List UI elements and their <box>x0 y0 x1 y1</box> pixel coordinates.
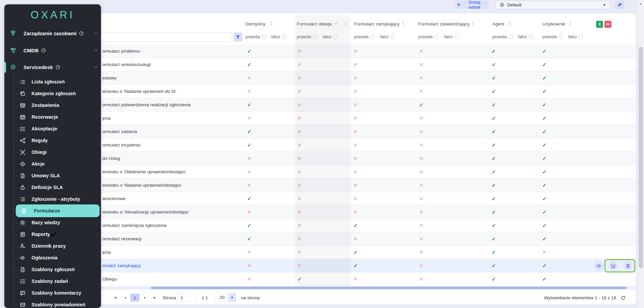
column-menu-dots-icon[interactable]: ⋮ <box>269 21 274 26</box>
column-header-6[interactable]: Użytkownik <box>542 21 565 26</box>
sidebar-subitem-bazy-wiedzy[interactable]: Bazy wiedzy <box>4 217 101 229</box>
scroll-up-arrow-icon[interactable]: ▲ <box>639 2 642 5</box>
table-row[interactable]: ęcia✕✕✕✕✓✓ <box>10 112 636 125</box>
delete-row-button[interactable] <box>623 261 633 270</box>
sidebar-subitem-akcje[interactable]: Akcje <box>4 158 101 170</box>
sidebar-subitem-dziennik-pracy[interactable]: Dziennik pracy <box>4 240 101 252</box>
table-row[interactable]: ęcia✕✕✓✕✓✕ <box>10 246 636 259</box>
row-form-name[interactable]: mularz zamykający <box>102 263 141 268</box>
pagination-bar: 1 Strona z 1 20 ▼ na stronę Wyświetlanie… <box>10 290 636 304</box>
sidebar-item-cmdb[interactable]: CMDB <box>4 45 101 57</box>
filter-true-radio[interactable] <box>370 35 375 39</box>
add-view-button[interactable]: + Dodaj widok <box>455 1 489 9</box>
filter-false-radio[interactable] <box>333 35 337 39</box>
filter-true-radio[interactable] <box>434 35 439 39</box>
table-row[interactable]: anonimowe✓✕✕✕✓✓ <box>10 192 636 205</box>
filter-true-radio[interactable] <box>508 35 513 39</box>
settings-wrench-button[interactable] <box>615 1 624 9</box>
filter-true-radio[interactable] <box>558 35 563 39</box>
sidebar-subitem-szablony-komentarzy[interactable]: Szablony komentarzy <box>4 287 101 299</box>
cross-icon: ✕ <box>297 182 303 188</box>
horizontal-scrollbar-thumb[interactable] <box>151 287 627 289</box>
filter-false-radio[interactable] <box>390 35 395 39</box>
table-row[interactable]: ormularz problemu✓✕✕✕✓✓ <box>10 45 636 58</box>
sidebar-subitem-szablony-zgłoszeń[interactable]: Szablony zgłoszeń <box>4 264 101 276</box>
sidebar-subitem-reguły[interactable]: Reguły <box>4 135 101 147</box>
column-header-5[interactable]: Agent <box>492 21 504 26</box>
column-menu-dots-icon[interactable]: ⋮ <box>471 21 476 26</box>
sidebar-subitem-rezerwacje[interactable]: Rezerwacje <box>4 111 101 123</box>
page-1-button[interactable]: 1 <box>130 294 140 302</box>
sidebar-subitem-label: Rezerwacje <box>32 114 58 120</box>
column-menu-dots-icon[interactable]: ⋮ <box>508 21 513 26</box>
assets-icon <box>10 30 16 36</box>
sidebar-item-servicedesk[interactable]: Servicedesk <box>4 61 101 73</box>
sidebar-subitem-lista-zgłoszeń[interactable]: Lista zgłoszeń <box>4 76 101 88</box>
sidebar-subitem-szablony-zadań[interactable]: Szablony zadań <box>4 275 101 288</box>
column-menu-dots-icon[interactable]: ⋮ <box>401 21 406 26</box>
table-row[interactable]: Obiegu✕✓✕✕✓✓ <box>10 272 636 286</box>
page-size-select[interactable]: 20 ▼ <box>215 293 236 302</box>
view-row-button[interactable] <box>594 261 604 270</box>
table-row[interactable]: ormularz wniosku/usługi✓✕✕✕✓✓ <box>10 58 636 71</box>
table-row[interactable]: estowy✕✕✕✕✓✓ <box>10 71 636 85</box>
vertical-scrollbar[interactable]: ▲ <box>638 0 644 308</box>
table-row[interactable]: ormularz incydentu✓✕✕✕✓✓ <box>10 138 636 152</box>
filter-funnel-button[interactable] <box>233 33 243 42</box>
last-page-button[interactable] <box>151 294 158 302</box>
previous-page-button[interactable] <box>122 294 128 302</box>
table-row[interactable]: mularz zamykający✕✕✓✕✓✓ <box>10 259 636 272</box>
export-excel-icon[interactable]: X <box>596 21 603 28</box>
sort-ascending-icon[interactable]: ↑ <box>335 21 337 26</box>
filter-false-radio[interactable] <box>529 35 533 39</box>
table-row[interactable]: wniosku o 'Aktualizację uprawnień/dostęp… <box>10 205 636 219</box>
table-row[interactable]: wniosku o 'Nadanie uprawnień/dostępu'✕✕✕… <box>10 179 636 192</box>
name-filter-input[interactable] <box>93 33 232 42</box>
vertical-scrollbar-thumb[interactable] <box>639 47 643 268</box>
next-page-button[interactable] <box>142 294 148 302</box>
sidebar-subitem-kategorie-zgłoszeń[interactable]: Kategorie zgłoszeń <box>4 88 101 100</box>
filter-false-label: fałsz <box>323 34 332 39</box>
filter-true-radio[interactable] <box>262 35 266 39</box>
filter-false-radio[interactable] <box>454 35 459 39</box>
table-row[interactable]: ormularz zamknięcia zgłoszenia✓✕✓✕✓✓ <box>10 219 636 232</box>
filter-false-radio[interactable] <box>282 35 286 39</box>
column-header-2[interactable]: Formularz obiegu <box>297 21 332 26</box>
sidebar-subitem-formularze[interactable]: Formularze <box>4 205 101 217</box>
table-row[interactable]: wniosku o 'Nadanie uprawnień do SI'✕✕✕✕✓… <box>10 85 636 98</box>
column-menu-dots-icon[interactable]: ⋮ <box>343 21 348 26</box>
first-page-button[interactable] <box>112 294 119 302</box>
sidebar-subitem-umowy-sla[interactable]: Umowy SLA <box>4 170 101 182</box>
sidebar-subitem-zgłoszenie-atrybuty[interactable]: Zgłoszenie - atrybuty <box>4 193 101 205</box>
column-menu-dots-icon[interactable]: ⋮ <box>568 21 573 26</box>
export-pdf-icon[interactable]: PDF <box>604 21 611 28</box>
per-page-label: na stronę <box>241 295 260 300</box>
column-header-1[interactable]: Domyślny <box>246 21 265 26</box>
sidebar-subitem-ogłoszenia[interactable]: Ogłoszenia <box>4 252 101 264</box>
check-icon: ✓ <box>541 62 547 68</box>
sidebar-subitem-akceptacje[interactable]: Akceptacje <box>4 123 101 135</box>
table-row[interactable]: ormularz zadania✓✕✕✕✓✓ <box>10 125 636 138</box>
table-row[interactable]: ormularz rezerwacji✓✕✕✕✓✓ <box>10 232 636 246</box>
table-row[interactable]: wniosku o 'Odebranie uprawnień/dostępu'✕… <box>10 165 636 179</box>
refresh-button[interactable] <box>619 293 628 302</box>
filter-true-label: prawda <box>246 34 260 39</box>
column-header-3[interactable]: Formularz zamykający <box>354 21 399 26</box>
sidebar-subitem-zestawienia[interactable]: Zestawienia <box>4 100 101 112</box>
page-number-input[interactable] <box>177 293 196 302</box>
column-header-4[interactable]: Formularz zatwierdzający <box>418 21 470 26</box>
filter-false-radio[interactable] <box>579 35 583 39</box>
sidebar-subitem-definicje-sla[interactable]: Definicje SLA <box>4 182 101 194</box>
cross-icon: ✕ <box>353 196 359 202</box>
view-selector-dropdown[interactable]: Default ▼ <box>496 1 610 9</box>
edit-row-button[interactable] <box>608 261 619 270</box>
sidebar-item-assets[interactable]: Zarządzanie zasobami <box>4 27 101 40</box>
table-row[interactable]: do Usług✕✕✕✕✓✓ <box>10 152 636 165</box>
sidebar-subitem-szablony-powiadomień[interactable]: Szablony powiadomień <box>4 299 101 308</box>
table-row[interactable]: ormularz potwierdzenia realizacji zgłosz… <box>10 98 636 112</box>
sidebar-subitem-raporty[interactable]: Raporty <box>4 229 101 241</box>
horizontal-scrollbar[interactable] <box>101 287 636 289</box>
filter-true-radio[interactable] <box>313 35 317 39</box>
sidebar-subitem-label: Dziennik pracy <box>32 243 66 249</box>
sidebar-subitem-obiegi[interactable]: Obiegi <box>4 146 101 159</box>
